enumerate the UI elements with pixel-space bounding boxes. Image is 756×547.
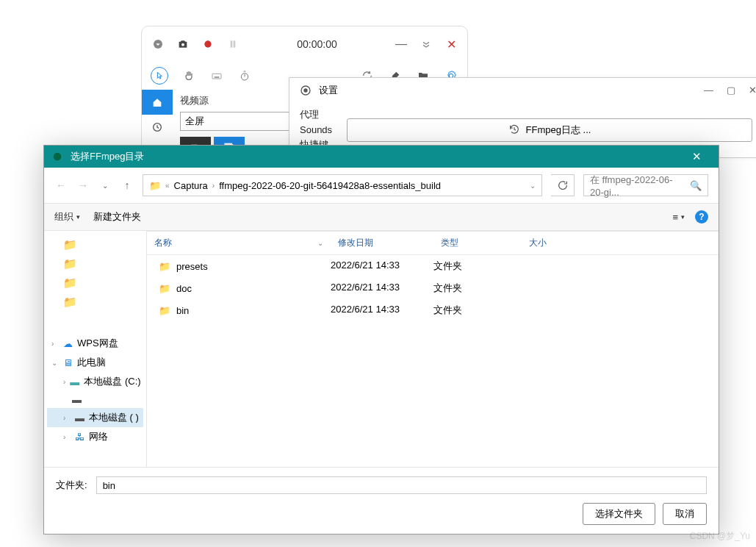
refresh-button[interactable] bbox=[551, 174, 575, 196]
forward-button[interactable]: → bbox=[76, 179, 90, 191]
svg-rect-3 bbox=[231, 40, 233, 47]
picker-nav: ← → ⌄ ↑ 📁 « Captura › ffmpeg-2022-06-20-… bbox=[44, 168, 719, 203]
file-size bbox=[522, 304, 580, 317]
picker-title-text: 选择FFmpeg目录 bbox=[71, 150, 144, 163]
svg-rect-6 bbox=[215, 76, 220, 77]
svg-point-13 bbox=[54, 153, 62, 161]
ffmpeg-log-button[interactable]: FFmpeg日志 ... bbox=[347, 118, 752, 142]
close-icon[interactable]: ✕ bbox=[749, 85, 756, 96]
source-value: 全屏 bbox=[185, 115, 204, 128]
recent-icon[interactable]: ⌄ bbox=[98, 182, 112, 190]
tree-folder[interactable]: 📁 bbox=[47, 235, 143, 254]
header-name[interactable]: 名称⌄ bbox=[147, 232, 331, 254]
file-picker-dialog: 选择FFmpeg目录 ✕ ← → ⌄ ↑ 📁 « Captura › ffmpe… bbox=[43, 145, 719, 535]
close-icon[interactable]: ✕ bbox=[680, 150, 713, 163]
nav-sounds[interactable]: Sounds bbox=[300, 124, 332, 135]
help-icon[interactable]: ? bbox=[695, 210, 708, 224]
picker-footer: 文件夹: 选择文件夹 取消 bbox=[44, 467, 719, 534]
svg-rect-4 bbox=[234, 40, 236, 47]
file-size bbox=[522, 282, 580, 295]
picker-body: 📁 📁 📁 📁 ›☁WPS网盘 ⌄🖥此电脑 ›▬本地磁盘 (C:) ▬ ›▬本地… bbox=[44, 231, 719, 467]
file-list-area: 名称⌄ 修改日期 类型 大小 📁presets2022/6/21 14:33文件… bbox=[147, 231, 719, 467]
maximize-icon[interactable]: ▢ bbox=[727, 85, 735, 96]
nav-proxy[interactable]: 代理 bbox=[300, 108, 332, 121]
app-icon bbox=[298, 83, 313, 98]
up-button[interactable]: ↑ bbox=[120, 179, 134, 191]
folder-icon: 📁 bbox=[159, 305, 170, 316]
chevron-right-icon: « bbox=[165, 182, 170, 190]
file-row[interactable]: 📁presets2022/6/21 14:33文件夹 bbox=[147, 255, 719, 277]
chevron-down-icon[interactable]: ⌄ bbox=[530, 182, 536, 190]
recorder-top-row: 00:00:00 — ✕ bbox=[142, 26, 467, 62]
minimize-icon[interactable]: — bbox=[394, 37, 408, 51]
hand-icon[interactable] bbox=[181, 68, 196, 83]
svg-point-1 bbox=[181, 43, 184, 46]
folder-input[interactable] bbox=[96, 476, 707, 494]
tree-disk-c[interactable]: ›▬本地磁盘 (C:) bbox=[47, 372, 143, 391]
file-date: 2022/6/21 14:33 bbox=[331, 260, 433, 273]
dropdown-icon[interactable] bbox=[151, 37, 165, 51]
picker-titlebar: 选择FFmpeg目录 ✕ bbox=[44, 146, 719, 168]
file-list: 📁presets2022/6/21 14:33文件夹📁doc2022/6/21 … bbox=[147, 255, 719, 467]
file-date: 2022/6/21 14:33 bbox=[331, 304, 433, 317]
watermark: CSDN @梦_Yu bbox=[690, 530, 750, 543]
settings-title-text: 设置 bbox=[319, 84, 338, 97]
crumb-current[interactable]: ffmpeg-2022-06-20-git-56419428a8-essenti… bbox=[219, 180, 441, 191]
record-icon[interactable] bbox=[201, 37, 215, 51]
tree-disk-sub[interactable]: ▬ bbox=[47, 391, 143, 408]
file-type: 文件夹 bbox=[433, 282, 522, 295]
file-row[interactable]: 📁bin2022/6/21 14:33文件夹 bbox=[147, 299, 719, 321]
pause-icon[interactable] bbox=[226, 37, 240, 51]
chevron-right-icon: › bbox=[212, 182, 215, 190]
file-row[interactable]: 📁doc2022/6/21 14:33文件夹 bbox=[147, 277, 719, 299]
tree-folder[interactable]: 📁 bbox=[47, 254, 143, 274]
tree-disk-other[interactable]: ›▬本地磁盘 ( ) bbox=[47, 408, 143, 427]
back-button[interactable]: ← bbox=[54, 179, 68, 191]
picker-toolbar: 组织▾ 新建文件夹 ≡ ▾ ? bbox=[44, 203, 719, 231]
folder-icon: 📁 bbox=[149, 180, 161, 191]
header-date[interactable]: 修改日期 bbox=[331, 232, 433, 254]
app-icon bbox=[50, 149, 65, 164]
camera-icon[interactable] bbox=[176, 37, 190, 51]
side-tab-home[interactable] bbox=[142, 90, 173, 115]
svg-rect-5 bbox=[212, 74, 221, 79]
file-name: doc bbox=[176, 283, 192, 294]
search-input[interactable]: 在 ffmpeg-2022-06-20-gi... 🔍 bbox=[583, 174, 708, 196]
view-menu[interactable]: ≡ ▾ bbox=[672, 212, 685, 223]
column-headers: 名称⌄ 修改日期 类型 大小 bbox=[147, 232, 719, 255]
tree-this-pc[interactable]: ⌄🖥此电脑 bbox=[47, 353, 143, 372]
expand-icon[interactable] bbox=[419, 37, 433, 51]
ffmpeg-log-label: FFmpeg日志 ... bbox=[526, 124, 591, 137]
pointer-icon[interactable] bbox=[151, 67, 168, 85]
side-tab-history[interactable] bbox=[142, 115, 173, 140]
select-folder-button[interactable]: 选择文件夹 bbox=[583, 503, 655, 525]
svg-point-2 bbox=[204, 40, 211, 47]
file-name: bin bbox=[176, 305, 189, 316]
cancel-button[interactable]: 取消 bbox=[663, 503, 707, 525]
file-size bbox=[522, 260, 580, 273]
tree-wps[interactable]: ›☁WPS网盘 bbox=[47, 334, 143, 353]
folder-tree: 📁 📁 📁 📁 ›☁WPS网盘 ⌄🖥此电脑 ›▬本地磁盘 (C:) ▬ ›▬本地… bbox=[44, 231, 147, 467]
folder-label: 文件夹: bbox=[56, 479, 87, 492]
close-icon[interactable]: ✕ bbox=[444, 37, 458, 51]
crumb-parent[interactable]: Captura bbox=[174, 180, 208, 191]
stopwatch-icon[interactable] bbox=[237, 68, 252, 83]
tree-network[interactable]: ›🖧网络 bbox=[47, 427, 143, 446]
minimize-icon[interactable]: — bbox=[704, 85, 713, 96]
history-icon bbox=[508, 124, 520, 137]
keyboard-icon[interactable] bbox=[209, 68, 224, 83]
new-folder-button[interactable]: 新建文件夹 bbox=[93, 210, 141, 224]
settings-titlebar: 设置 — ▢ ✕ bbox=[289, 78, 756, 102]
search-icon: 🔍 bbox=[690, 180, 702, 191]
timer-display: 00:00:00 bbox=[251, 38, 384, 50]
svg-point-12 bbox=[303, 88, 307, 92]
tree-folder[interactable]: 📁 bbox=[47, 274, 143, 293]
file-name: presets bbox=[176, 261, 208, 272]
organize-menu[interactable]: 组织▾ bbox=[54, 210, 80, 224]
search-placeholder: 在 ffmpeg-2022-06-20-gi... bbox=[590, 174, 685, 198]
folder-icon: 📁 bbox=[159, 261, 170, 272]
header-type[interactable]: 类型 bbox=[433, 232, 522, 254]
tree-folder[interactable]: 📁 bbox=[47, 293, 143, 312]
header-size[interactable]: 大小 bbox=[522, 232, 580, 254]
breadcrumb[interactable]: 📁 « Captura › ffmpeg-2022-06-20-git-5641… bbox=[143, 174, 542, 196]
